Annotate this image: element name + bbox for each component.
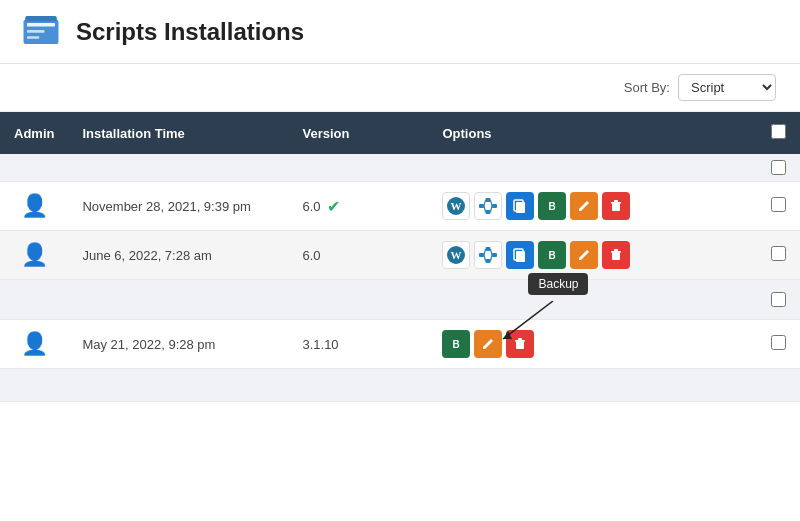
svg-text:W: W: [451, 249, 462, 261]
svg-text:W: W: [451, 200, 462, 212]
table-row: 👤 November 28, 2021, 9:39 pm 6.0 ✔: [0, 182, 800, 231]
svg-rect-24: [479, 253, 484, 257]
edit-button[interactable]: [570, 192, 598, 220]
svg-rect-45: [518, 338, 522, 340]
delete-button[interactable]: [506, 330, 534, 358]
page-header: Scripts Installations: [0, 0, 800, 64]
wp-button[interactable]: W: [442, 192, 470, 220]
clone-button[interactable]: [506, 241, 534, 269]
clone-button[interactable]: [506, 192, 534, 220]
svg-line-30: [491, 249, 493, 255]
sort-bar: Sort By: Script Date Version: [0, 64, 800, 112]
actions-cell: W: [428, 231, 757, 280]
version-number: 6.0: [302, 199, 320, 214]
table-header-row: Admin Installation Time Version Options: [0, 112, 800, 154]
svg-text:B: B: [549, 250, 556, 261]
page-title: Scripts Installations: [76, 18, 304, 46]
group2-top-checkbox[interactable]: [771, 292, 786, 307]
edit-button[interactable]: [570, 241, 598, 269]
svg-rect-8: [486, 198, 491, 202]
actions-cell: B: [428, 320, 757, 369]
admin-cell: 👤: [0, 231, 68, 280]
svg-line-29: [484, 255, 486, 261]
user-icon: 👤: [21, 242, 48, 267]
sort-label: Sort By:: [624, 80, 670, 95]
check-icon: ✔: [327, 197, 340, 216]
version-cell: 6.0: [288, 231, 428, 280]
installations-table: Admin Installation Time Version Options: [0, 112, 800, 402]
delete-button[interactable]: [602, 241, 630, 269]
svg-rect-26: [486, 259, 491, 263]
svg-line-12: [484, 206, 486, 212]
user-icon: 👤: [21, 193, 48, 218]
excel-button[interactable]: B: [538, 192, 566, 220]
select-all-checkbox[interactable]: [771, 124, 786, 139]
svg-rect-2: [27, 30, 45, 33]
admin-cell: 👤: [0, 182, 68, 231]
time-cell: June 6, 2022, 7:28 am: [68, 231, 288, 280]
table-row: 👤 June 6, 2022, 7:28 am 6.0 W: [0, 231, 800, 280]
version-cell: 6.0 ✔: [288, 182, 428, 231]
backup-tooltip-wrapper: B Backup: [538, 241, 566, 269]
col-header-version: Version: [288, 112, 428, 154]
svg-rect-1: [27, 23, 55, 27]
row1-checkbox[interactable]: [771, 197, 786, 212]
svg-rect-4: [25, 16, 57, 21]
wp-button[interactable]: W: [442, 241, 470, 269]
sort-select[interactable]: Script Date Version: [678, 74, 776, 101]
col-header-options: Options: [428, 112, 757, 154]
svg-rect-9: [486, 210, 491, 214]
network-button[interactable]: [474, 192, 502, 220]
col-header-time: Installation Time: [68, 112, 288, 154]
row2-checkbox-cell[interactable]: [757, 231, 800, 280]
delete-button[interactable]: [602, 192, 630, 220]
bottom-gap-row: [0, 369, 800, 402]
group1-top-checkbox[interactable]: [771, 160, 786, 175]
excel-button[interactable]: B: [442, 330, 470, 358]
section-gap-row: [0, 280, 800, 320]
svg-rect-20: [611, 202, 621, 204]
svg-rect-10: [492, 204, 497, 208]
row2-checkbox[interactable]: [771, 246, 786, 261]
svg-line-28: [484, 249, 486, 255]
svg-rect-25: [486, 247, 491, 251]
row3-checkbox-cell[interactable]: [757, 320, 800, 369]
svg-line-31: [491, 255, 493, 261]
svg-rect-38: [612, 252, 620, 260]
row3-checkbox[interactable]: [771, 335, 786, 350]
svg-rect-21: [614, 200, 618, 202]
svg-rect-40: [614, 249, 618, 251]
svg-rect-27: [492, 253, 497, 257]
network-button[interactable]: [474, 241, 502, 269]
row1-checkbox-cell[interactable]: [757, 182, 800, 231]
svg-rect-44: [515, 340, 525, 342]
table-row: 👤 May 21, 2022, 9:28 pm 3.1.10 B: [0, 320, 800, 369]
backup-button[interactable]: B: [538, 241, 566, 269]
svg-rect-7: [479, 204, 484, 208]
header-icon: [20, 12, 62, 51]
svg-rect-3: [27, 36, 39, 39]
col-header-admin: Admin: [0, 112, 68, 154]
col-header-checkbox[interactable]: [757, 112, 800, 154]
actions-cell: W: [428, 182, 757, 231]
user-icon: 👤: [21, 331, 48, 356]
svg-line-11: [484, 200, 486, 206]
time-cell: May 21, 2022, 9:28 pm: [68, 320, 288, 369]
svg-line-13: [491, 200, 493, 206]
table-wrap: Admin Installation Time Version Options: [0, 112, 800, 402]
admin-cell: 👤: [0, 320, 68, 369]
spacer-row: [0, 154, 800, 182]
svg-rect-43: [516, 341, 524, 349]
svg-line-14: [491, 206, 493, 212]
svg-rect-19: [612, 203, 620, 211]
svg-text:B: B: [453, 339, 460, 350]
svg-text:B: B: [549, 201, 556, 212]
edit-button[interactable]: [474, 330, 502, 358]
version-cell: 3.1.10: [288, 320, 428, 369]
time-cell: November 28, 2021, 9:39 pm: [68, 182, 288, 231]
svg-rect-39: [611, 251, 621, 253]
